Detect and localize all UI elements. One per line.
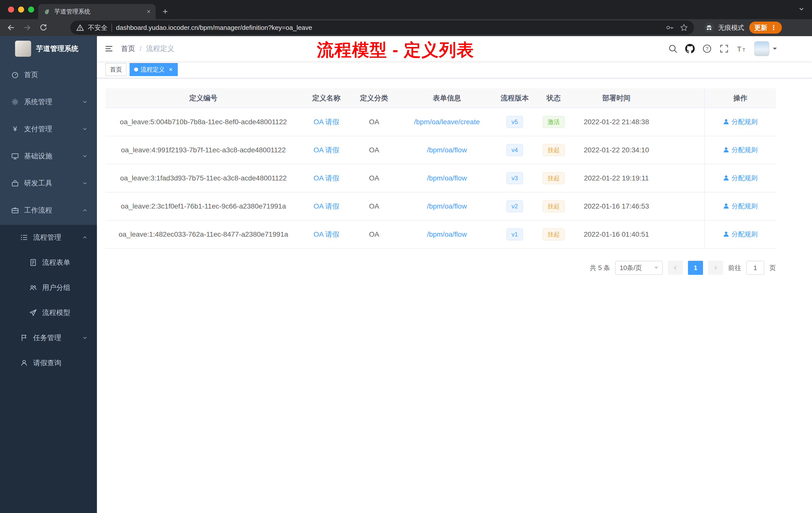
omnibox[interactable]: 不安全 dashboard.yudao.iocoder.cn/bpm/manag… (70, 21, 694, 35)
hamburger-icon[interactable] (97, 36, 121, 61)
page-size-select[interactable]: 10条/页 (615, 261, 663, 275)
caret-down-icon (773, 48, 777, 52)
page-number-button[interactable]: 1 (688, 261, 703, 275)
definition-name-link[interactable]: OA 请假 (314, 146, 340, 154)
goto-page-input[interactable] (746, 261, 764, 275)
form-info-link[interactable]: /bpm/oa/flow (427, 202, 467, 210)
tag-label: 首页 (110, 65, 122, 73)
page-content: 定义编号 定义名称 定义分类 表单信息 流程版本 状态 部署时间 操作 (97, 78, 812, 513)
sidebar-item-label: 工作流程 (24, 206, 52, 215)
search-icon[interactable] (667, 43, 679, 55)
sidebar-item-process-model[interactable]: 流程模型 (0, 300, 97, 325)
close-window-button[interactable] (8, 6, 14, 12)
assign-rule-button[interactable]: 分配规则 (723, 230, 758, 239)
incognito-badge: 无痕模式 (704, 23, 744, 33)
action-label: 分配规则 (732, 202, 758, 211)
sidebar-item-devtools[interactable]: 研发工具 (0, 170, 97, 197)
tab-favicon-icon (43, 8, 50, 15)
url-text[interactable]: dashboard.yudao.iocoder.cn/bpm/manager/d… (116, 24, 662, 32)
definition-name-link[interactable]: OA 请假 (314, 118, 340, 126)
cell-definition-id: oa_leave:3:1fad3d93-7b75-11ec-a3c8-acde4… (106, 164, 301, 192)
app-sidebar: 芋道管理系统 首页 系统管理 ¥ 支付管理 (0, 36, 97, 513)
chevron-up-icon (82, 234, 88, 240)
new-tab-button[interactable] (162, 4, 169, 19)
chevron-down-icon (82, 180, 88, 186)
col-form-info: 表单信息 (397, 88, 497, 108)
forward-icon[interactable] (20, 21, 34, 35)
cell-definition-id: oa_leave:2:3c1f0ef1-76b1-11ec-9c66-a2380… (106, 192, 301, 220)
close-tab-icon[interactable] (146, 8, 152, 14)
browser-menu-dots-icon[interactable]: ⋮ (770, 24, 777, 32)
sidebar-item-system[interactable]: 系统管理 (0, 88, 97, 116)
sidebar-item-user-group[interactable]: 用户分组 (0, 275, 97, 300)
chevron-up-icon (82, 207, 88, 213)
security-label[interactable]: 不安全 (88, 23, 108, 32)
spacer-column (658, 88, 704, 108)
status-badge: 挂起 (543, 200, 565, 212)
reload-icon[interactable] (36, 21, 50, 35)
chevron-down-icon (82, 99, 88, 105)
annotation-title: 流程模型 - 定义列表 (317, 39, 474, 61)
assign-rule-button[interactable]: 分配规则 (723, 117, 758, 126)
sidebar-item-infrastructure[interactable]: 基础设施 (0, 143, 97, 170)
tab-search-chevron-icon[interactable] (798, 5, 805, 12)
chrome-update-button[interactable]: 更新 ⋮ (749, 22, 782, 34)
spacer-cell (658, 136, 704, 164)
definition-name-link[interactable]: OA 请假 (314, 202, 340, 210)
omnibox-divider (112, 24, 112, 32)
help-icon[interactable]: ? (701, 43, 713, 55)
action-label: 分配规则 (732, 174, 758, 182)
cell-deploy-time: 2022-01-22 19:19:11 (575, 164, 658, 192)
assign-rule-button[interactable]: 分配规则 (723, 174, 758, 182)
cell-category: OA (351, 108, 397, 136)
sidebar-item-leave-query[interactable]: 请假查询 (0, 350, 97, 375)
fullscreen-icon[interactable] (718, 43, 730, 55)
sidebar-item-home[interactable]: 首页 (0, 61, 97, 88)
avatar[interactable] (754, 41, 769, 56)
form-info-link[interactable]: /bpm/oa/flow (427, 231, 467, 238)
sidebar-item-payment[interactable]: ¥ 支付管理 (0, 116, 97, 143)
tag-home[interactable]: 首页 (106, 63, 126, 76)
sidebar-item-process-mgmt[interactable]: 流程管理 (0, 225, 97, 250)
prev-page-button[interactable] (668, 261, 683, 275)
breadcrumb-home[interactable]: 首页 (121, 44, 135, 54)
password-key-icon[interactable] (666, 24, 674, 32)
assign-rule-button[interactable]: 分配规则 (723, 146, 758, 154)
app-logo (15, 41, 31, 57)
dashboard-icon (11, 71, 19, 79)
back-icon[interactable] (4, 21, 18, 35)
sidebar-item-label: 流程模型 (42, 308, 70, 318)
form-info-link[interactable]: /bpm/oa/flow (427, 146, 467, 154)
sidebar-item-process-form[interactable]: 流程表单 (0, 250, 97, 275)
col-definition-name: 定义名称 (301, 88, 351, 108)
user-menu[interactable] (754, 41, 777, 56)
briefcase-icon (11, 207, 19, 214)
github-icon[interactable] (684, 43, 696, 55)
status-badge: 激活 (543, 116, 565, 128)
app-logo-row: 芋道管理系统 (0, 36, 97, 61)
incognito-label: 无痕模式 (718, 23, 744, 32)
assign-rule-button[interactable]: 分配规则 (723, 202, 758, 211)
person-icon (20, 359, 28, 367)
next-page-button[interactable] (708, 261, 723, 275)
cell-category: OA (351, 192, 397, 220)
bookmark-star-icon[interactable] (680, 24, 688, 32)
definition-name-link[interactable]: OA 请假 (314, 174, 340, 182)
sidebar-item-task-mgmt[interactable]: 任务管理 (0, 325, 97, 350)
definition-name-link[interactable]: OA 请假 (314, 231, 340, 238)
update-label: 更新 (754, 23, 767, 32)
form-info-link[interactable]: /bpm/oa/flow (427, 174, 467, 182)
font-size-icon[interactable]: TT (735, 43, 747, 55)
form-info-link[interactable]: /bpm/oa/leave/create (414, 118, 480, 126)
sidebar-item-label: 流程表单 (42, 258, 70, 267)
zoom-window-button[interactable] (28, 6, 34, 12)
action-label: 分配规则 (732, 146, 758, 154)
browser-tab[interactable]: 芋道管理系统 (38, 4, 156, 19)
cell-deploy-time: 2022-01-22 21:48:38 (575, 108, 658, 136)
sidebar-item-workflow[interactable]: 工作流程 (0, 197, 97, 224)
breadcrumb: 首页 / 流程定义 (121, 44, 174, 54)
sidebar-item-label: 用户分组 (42, 283, 70, 292)
minimize-window-button[interactable] (18, 6, 24, 12)
tag-process-definition[interactable]: 流程定义 (129, 63, 178, 76)
tag-close-icon[interactable] (168, 67, 173, 72)
